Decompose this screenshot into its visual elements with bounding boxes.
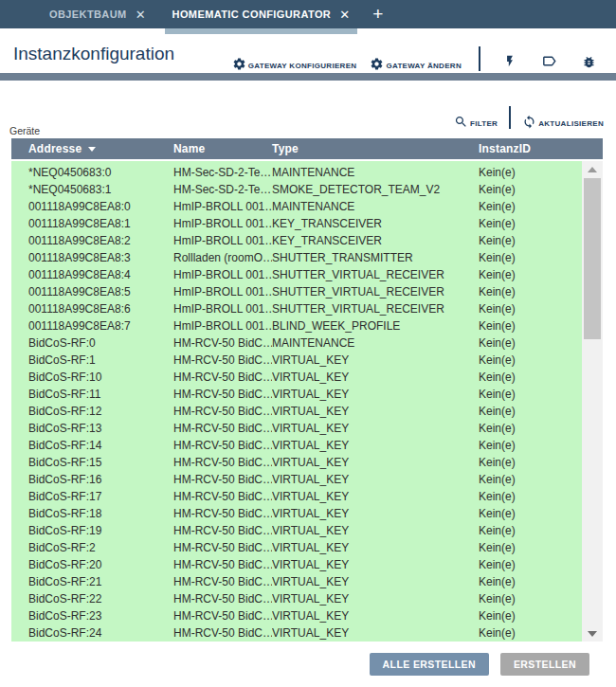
cell-addresse: BidCoS-RF:0 — [28, 334, 173, 352]
cell-instanzid: Kein(e) — [479, 454, 582, 471]
table-row[interactable]: 001118A99C8EA8:1 HmIP-BROLL 001… KEY_TRA… — [11, 215, 582, 232]
gateway-configure-button[interactable]: GATEWAY KONFIGURIEREN — [232, 57, 357, 71]
cell-name: HM-RCV-50 BidC… — [173, 556, 272, 573]
cell-type: SHUTTER_VIRTUAL_RECEIVER — [272, 283, 479, 300]
add-tab-button[interactable]: + — [363, 0, 392, 28]
filter-button[interactable]: FILTER — [454, 115, 498, 129]
table-row[interactable]: 001118A99C8EA8:7 HmIP-BROLL 001… BLIND_W… — [11, 317, 582, 334]
column-header-instanzid[interactable]: InstanzID — [479, 142, 603, 155]
device-table: *NEQ0450683:0 HM-Sec-SD-2-Te… MAINTENANC… — [11, 161, 603, 642]
gateway-change-button[interactable]: GATEWAY ÄNDERN — [370, 57, 462, 71]
table-row[interactable]: BidCoS-RF:0 HM-RCV-50 BidC… MAINTENANCE … — [11, 334, 582, 352]
cell-instanzid: Kein(e) — [479, 437, 582, 454]
close-icon[interactable]: ✕ — [136, 9, 146, 21]
cell-addresse: BidCoS-RF:19 — [28, 522, 173, 539]
tab-objektbaum[interactable]: OBJEKTBAUM ✕ — [42, 0, 154, 28]
cell-name: Rollladen (roomO… — [173, 249, 272, 266]
table-row[interactable]: *NEQ0450683:1 HM-Sec-SD-2-Te… SMOKE_DETE… — [11, 181, 582, 198]
refresh-button[interactable]: AKTUALISIEREN — [522, 115, 604, 129]
cell-instanzid: Kein(e) — [479, 522, 582, 539]
cell-instanzid: Kein(e) — [479, 403, 582, 420]
table-row[interactable]: BidCoS-RF:20 HM-RCV-50 BidC… VIRTUAL_KEY… — [11, 556, 582, 573]
scroll-up-button[interactable] — [582, 161, 603, 177]
table-row[interactable]: BidCoS-RF:22 HM-RCV-50 BidC… VIRTUAL_KEY… — [11, 590, 582, 607]
scrollbar[interactable] — [582, 161, 603, 642]
gear-icon — [232, 57, 246, 71]
refresh-label: AKTUALISIEREN — [538, 119, 604, 129]
table-row[interactable]: 001118A99C8EA8:3 Rollladen (roomO… SHUTT… — [11, 249, 582, 266]
cell-addresse: 001118A99C8EA8:1 — [28, 215, 173, 232]
filter-label: FILTER — [470, 119, 498, 129]
cell-type: VIRTUAL_KEY — [272, 386, 479, 403]
table-row[interactable]: BidCoS-RF:19 HM-RCV-50 BidC… VIRTUAL_KEY… — [11, 522, 582, 539]
cell-addresse: BidCoS-RF:16 — [28, 471, 173, 488]
table-row[interactable]: BidCoS-RF:11 HM-RCV-50 BidC… VIRTUAL_KEY… — [11, 386, 582, 403]
table-row[interactable]: 001118A99C8EA8:0 HmIP-BROLL 001… MAINTEN… — [11, 198, 582, 215]
cell-addresse: 001118A99C8EA8:7 — [28, 317, 173, 334]
cell-type: MAINTENANCE — [272, 198, 479, 215]
tab-bar: OBJEKTBAUM ✕ HOMEMATIC CONFIGURATOR ✕ + — [0, 0, 616, 28]
cell-addresse: BidCoS-RF:23 — [28, 607, 173, 624]
cell-addresse: 001118A99C8EA8:2 — [28, 232, 173, 249]
table-row[interactable]: 001118A99C8EA8:4 HmIP-BROLL 001… SHUTTER… — [11, 266, 582, 283]
table-row[interactable]: BidCoS-RF:18 HM-RCV-50 BidC… VIRTUAL_KEY… — [11, 505, 582, 522]
cell-addresse: BidCoS-RF:20 — [28, 556, 173, 573]
cell-name: HM-RCV-50 BidC… — [173, 437, 272, 454]
cell-type: VIRTUAL_KEY — [272, 522, 479, 539]
column-header-type-label: Type — [272, 142, 299, 155]
cell-type: MAINTENANCE — [272, 334, 479, 352]
cell-addresse: 001118A99C8EA8:3 — [28, 249, 173, 266]
table-row[interactable]: *NEQ0450683:0 HM-Sec-SD-2-Te… MAINTENANC… — [11, 164, 582, 181]
table-row[interactable]: BidCoS-RF:23 HM-RCV-50 BidC… VIRTUAL_KEY… — [11, 607, 582, 624]
cell-instanzid: Kein(e) — [479, 215, 582, 232]
column-header-name[interactable]: Name — [173, 142, 272, 155]
table-row[interactable]: 001118A99C8EA8:5 HmIP-BROLL 001… SHUTTER… — [11, 283, 582, 300]
scroll-down-button[interactable] — [582, 625, 603, 642]
table-row[interactable]: BidCoS-RF:24 HM-RCV-50 BidC… VIRTUAL_KEY… — [11, 624, 582, 642]
page-title: Instanzkonfiguration — [13, 44, 174, 64]
cell-type: VIRTUAL_KEY — [272, 454, 479, 471]
flash-icon[interactable] — [498, 53, 522, 71]
table-row[interactable]: BidCoS-RF:1 HM-RCV-50 BidC… VIRTUAL_KEY … — [11, 352, 582, 369]
cell-name: HmIP-BROLL 001… — [173, 317, 272, 334]
cell-addresse: BidCoS-RF:14 — [28, 437, 173, 454]
table-row[interactable]: BidCoS-RF:14 HM-RCV-50 BidC… VIRTUAL_KEY… — [11, 437, 582, 454]
cell-instanzid: Kein(e) — [479, 232, 582, 249]
cell-name: HM-RCV-50 BidC… — [173, 573, 272, 590]
table-row[interactable]: BidCoS-RF:16 HM-RCV-50 BidC… VIRTUAL_KEY… — [11, 471, 582, 488]
table-row[interactable]: BidCoS-RF:17 HM-RCV-50 BidC… VIRTUAL_KEY… — [11, 488, 582, 505]
cell-type: VIRTUAL_KEY — [272, 539, 479, 556]
cell-name: HM-RCV-50 BidC… — [173, 334, 272, 352]
cell-name: HM-RCV-50 BidC… — [173, 403, 272, 420]
create-all-button[interactable]: ALLE ERSTELLEN — [370, 653, 489, 676]
table-row[interactable]: BidCoS-RF:13 HM-RCV-50 BidC… VIRTUAL_KEY… — [11, 420, 582, 437]
column-header-type[interactable]: Type — [272, 142, 479, 155]
create-button[interactable]: ERSTELLEN — [500, 653, 589, 676]
cell-addresse: BidCoS-RF:1 — [28, 352, 173, 369]
tab-homematic-configurator[interactable]: HOMEMATIC CONFIGURATOR ✕ — [165, 0, 358, 28]
scrollbar-thumb[interactable] — [584, 178, 601, 339]
bug-icon[interactable] — [576, 55, 602, 71]
table-row[interactable]: BidCoS-RF:15 HM-RCV-50 BidC… VIRTUAL_KEY… — [11, 454, 582, 471]
homematic-configurator-window: OBJEKTBAUM ✕ HOMEMATIC CONFIGURATOR ✕ + … — [0, 0, 616, 687]
cell-type: SMOKE_DETECTOR_TEAM_V2 — [272, 181, 479, 198]
cell-instanzid: Kein(e) — [479, 300, 582, 317]
cell-addresse: *NEQ0450683:0 — [28, 164, 173, 181]
table-row[interactable]: 001118A99C8EA8:2 HmIP-BROLL 001… KEY_TRA… — [11, 232, 582, 249]
cell-name: HmIP-BROLL 001… — [173, 300, 272, 317]
cell-instanzid: Kein(e) — [479, 556, 582, 573]
table-row[interactable]: 001118A99C8EA8:6 HmIP-BROLL 001… SHUTTER… — [11, 300, 582, 317]
triangle-down-icon — [588, 631, 597, 637]
close-icon[interactable]: ✕ — [339, 9, 350, 21]
cell-type: KEY_TRANSCEIVER — [272, 232, 479, 249]
cell-type: VIRTUAL_KEY — [272, 471, 479, 488]
cell-instanzid: Kein(e) — [479, 283, 582, 300]
column-header-addresse[interactable]: Addresse — [28, 142, 173, 155]
table-row[interactable]: BidCoS-RF:21 HM-RCV-50 BidC… VIRTUAL_KEY… — [11, 573, 582, 590]
header-separator — [0, 73, 616, 81]
device-rows: *NEQ0450683:0 HM-Sec-SD-2-Te… MAINTENANC… — [11, 161, 582, 642]
table-row[interactable]: BidCoS-RF:2 HM-RCV-50 BidC… VIRTUAL_KEY … — [11, 539, 582, 556]
label-icon[interactable] — [535, 53, 563, 71]
table-row[interactable]: BidCoS-RF:10 HM-RCV-50 BidC… VIRTUAL_KEY… — [11, 369, 582, 386]
table-row[interactable]: BidCoS-RF:12 HM-RCV-50 BidC… VIRTUAL_KEY… — [11, 403, 582, 420]
